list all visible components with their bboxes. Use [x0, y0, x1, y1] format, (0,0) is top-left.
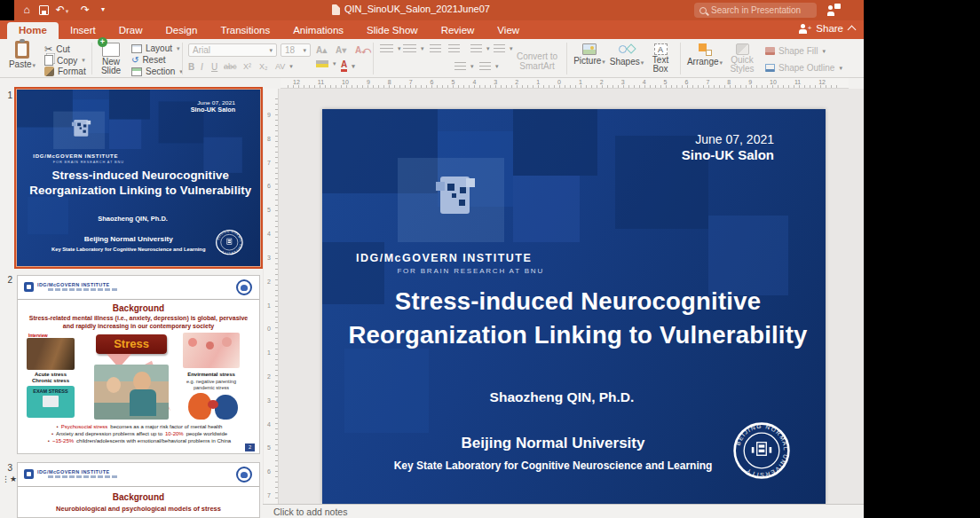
new-slide-icon: [102, 43, 120, 57]
env-label-2: e.g. negative parenting: [179, 379, 243, 384]
ruler-number: 3: [267, 397, 271, 404]
presenter-icon[interactable]: [827, 4, 841, 16]
slide-author[interactable]: Shaozheng QIN, Ph.D.: [322, 389, 802, 405]
new-slide-button[interactable]: NewSlide: [96, 41, 126, 75]
thumbnail-panel: 1 June 07, 2021Sino-UK Salon IDG: [0, 78, 263, 518]
tab-review[interactable]: Review: [430, 22, 486, 39]
powerpoint-window: ⌂ ↶▾ ↷ ▾ QIN_SinoUK_Salon_2021June07 Hom…: [0, 0, 864, 518]
layout-icon: [131, 44, 142, 53]
exam-stress-image: EXAM STRESS: [27, 386, 75, 418]
tab-slide-show[interactable]: Slide Show: [355, 22, 430, 39]
copy-button[interactable]: Copy▾: [44, 55, 85, 66]
search-input[interactable]: [711, 5, 811, 15]
redo-icon[interactable]: ↷: [78, 3, 92, 17]
numbering-button[interactable]: ▾: [403, 44, 424, 53]
strikethrough-button[interactable]: abc: [224, 62, 237, 71]
tab-transitions[interactable]: Transitions: [209, 22, 281, 39]
ruler-number: 4: [267, 421, 271, 428]
save-icon[interactable]: [39, 5, 49, 15]
align-text-button[interactable]: ▾: [479, 62, 499, 71]
picture-button[interactable]: Picture▾: [573, 41, 606, 66]
text-box-button[interactable]: A TextBox: [646, 41, 675, 74]
shape-outline-button[interactable]: Shape Outline▾: [765, 63, 842, 73]
share-person-icon: +: [799, 24, 810, 34]
search-box[interactable]: [694, 3, 817, 18]
font-name-select[interactable]: Arial▾: [188, 43, 277, 57]
institute-name[interactable]: IDG/McGOVERN INSTITUTE: [356, 252, 560, 264]
tab-draw[interactable]: Draw: [107, 22, 154, 39]
slide2-page-badge: 2: [245, 443, 255, 451]
ruler-number: 4: [472, 79, 476, 85]
bullets-button[interactable]: ▾: [380, 44, 401, 53]
bnu-seal-icon: BEIJING NORMAL UNIVERSITY: [732, 421, 791, 480]
tab-view[interactable]: View: [486, 22, 531, 39]
highlight-icon: [316, 60, 328, 67]
environment-stress-image: [183, 333, 240, 368]
ruler-number: 4: [643, 79, 646, 85]
shrink-font-button[interactable]: A▾: [336, 45, 346, 55]
ruler-number: 3: [494, 79, 497, 85]
paste-button[interactable]: Paste▾: [7, 41, 37, 69]
home-window-icon[interactable]: ⌂: [20, 3, 34, 17]
undo-icon[interactable]: ↶▾: [55, 3, 69, 19]
slide-title[interactable]: Stress-induced Neurocognitive Reorganiza…: [335, 285, 821, 352]
tab-animations[interactable]: Animations: [281, 22, 355, 39]
slide-affiliation[interactable]: Beijing Normal University: [322, 435, 784, 452]
bold-button[interactable]: B: [188, 62, 194, 72]
share-label: Share: [816, 23, 843, 34]
text-direction-button[interactable]: ▾: [454, 62, 474, 71]
share-button[interactable]: + Share: [799, 23, 855, 34]
mini-institute-text: IDG/McGOVERN INSTITUTE: [37, 282, 110, 287]
decrease-indent-button[interactable]: [430, 44, 441, 53]
italic-button[interactable]: I: [201, 62, 203, 72]
ruler-number: 10: [770, 79, 777, 85]
convert-smartart-button[interactable]: Convert toSmartArt: [517, 51, 557, 71]
subscript-button[interactable]: X₂: [259, 62, 268, 71]
section-icon: [131, 67, 142, 76]
ruler-number: 9: [748, 79, 752, 85]
paste-icon: [15, 41, 29, 59]
slide2-number: 2: [2, 275, 12, 285]
picture-icon: [582, 43, 597, 55]
quick-styles-button[interactable]: QuickStyles: [726, 41, 758, 74]
ruler-number: 6: [431, 79, 434, 85]
main-slide[interactable]: June 07, 2021 Sino-UK Salon IDG/McGOVERN…: [322, 109, 826, 504]
font-size-select[interactable]: 18▾: [281, 43, 311, 57]
brain-logo-icon: [236, 467, 252, 483]
grow-font-button[interactable]: A▴: [316, 45, 327, 55]
layout-button[interactable]: Layout▾: [131, 43, 180, 53]
customize-toolbar-icon[interactable]: ▾: [96, 3, 110, 17]
clear-formatting-button[interactable]: A⤺: [355, 45, 371, 56]
slide2-bullets: •Psychosocial stress becomes as a major …: [23, 423, 256, 444]
cut-button[interactable]: ✂Cut: [44, 43, 70, 55]
shapes-button[interactable]: Shapes▾: [609, 41, 644, 67]
numbering-icon: [403, 44, 416, 53]
slide-date-block[interactable]: June 07, 2021 Sino-UK Salon: [682, 131, 774, 163]
text-box-icon: A: [654, 43, 668, 55]
notes-bar[interactable]: Click to add notes: [263, 504, 864, 518]
slide2-thumbnail[interactable]: IDG/McGOVERN INSTITUTE Background Stress…: [17, 275, 260, 454]
collapse-ribbon-icon[interactable]: [848, 26, 857, 35]
shape-fill-button[interactable]: Shape Fill▾: [765, 46, 826, 56]
text-direction-icon: [454, 62, 466, 71]
ruler-number: 2: [267, 373, 271, 380]
underline-button[interactable]: U: [211, 62, 217, 72]
line-spacing-button[interactable]: ▾: [470, 44, 490, 53]
tab-design[interactable]: Design: [154, 22, 209, 39]
font-color-button[interactable]: A▾: [341, 60, 355, 72]
tab-home[interactable]: Home: [7, 22, 59, 39]
columns-button[interactable]: ▾: [494, 44, 513, 53]
arrange-button[interactable]: Arrange▾: [686, 41, 723, 67]
character-spacing-button[interactable]: AV▾: [275, 62, 293, 71]
slide1-thumbnail[interactable]: June 07, 2021Sino-UK Salon IDG/McGOVERN …: [17, 90, 260, 266]
increase-indent-button[interactable]: [448, 44, 460, 53]
ribbon: Paste▾ ✂Cut Copy▾ Format NewSlide Layout…: [0, 39, 864, 78]
reset-button[interactable]: ↺Reset: [131, 55, 166, 65]
highlight-color-button[interactable]: ▾: [316, 60, 336, 67]
format-painter-button[interactable]: Format: [44, 67, 86, 76]
ruler-number: 12: [293, 79, 300, 85]
section-button[interactable]: Section▾: [131, 67, 183, 76]
superscript-button[interactable]: X²: [243, 62, 251, 71]
slide3-thumbnail[interactable]: IDG/McGOVERN INSTITUTE Background Neurob…: [17, 462, 260, 518]
ruler-number: 7: [267, 492, 271, 498]
